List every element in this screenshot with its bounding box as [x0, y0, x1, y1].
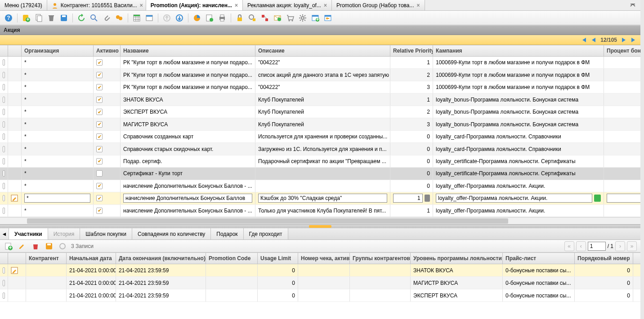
calc-icon[interactable]	[425, 195, 430, 202]
campaign-input[interactable]	[436, 194, 592, 203]
desc-input[interactable]	[258, 194, 387, 203]
table-row[interactable]	[0, 192, 640, 204]
print-icon[interactable]	[217, 13, 227, 23]
row-checkbox[interactable]	[3, 121, 5, 128]
percent-input[interactable]	[607, 194, 640, 203]
detail-col-header[interactable]: Usage Limit	[258, 253, 298, 264]
detail-save-icon[interactable]	[44, 241, 54, 251]
row-checkbox[interactable]	[3, 280, 5, 286]
table-row[interactable]: *ЗНАТОК ВКУСАКлуб Покупателей1loyalty_bo…	[0, 93, 640, 106]
col-header[interactable]	[8, 45, 22, 56]
table-row[interactable]: *РК "Купи торт в любом магазине и получи…	[0, 69, 640, 81]
active-checkbox[interactable]	[96, 59, 103, 66]
new-record-icon[interactable]: +	[21, 13, 31, 23]
table-row[interactable]: *РК "Купи торт в любом магазине и получи…	[0, 81, 640, 93]
window-new-icon[interactable]: +	[310, 13, 320, 23]
table-row[interactable]: *РК "Купи торт в любом магазине и получи…	[0, 57, 640, 69]
horizontal-scrollbar[interactable]	[0, 217, 640, 224]
detail-edit-icon[interactable]	[17, 241, 27, 251]
arrow-up-icon[interactable]	[162, 13, 172, 23]
tab-3[interactable]: Рекламная акция: loyalty_of...×	[243, 0, 332, 10]
grid-body[interactable]: *РК "Купи торт в любом магазине и получи…	[0, 57, 640, 217]
row-checkbox[interactable]	[3, 183, 5, 189]
col-header[interactable]: Описание	[255, 45, 390, 56]
detail-settings-icon[interactable]	[58, 241, 67, 251]
detail-col-header[interactable]	[8, 253, 26, 264]
active-checkbox[interactable]	[96, 133, 103, 140]
detail-tab-0[interactable]: Участники	[9, 228, 48, 239]
expand-tabs-icon[interactable]	[625, 0, 640, 10]
row-checkbox[interactable]	[3, 195, 5, 201]
page-first-icon[interactable]: «	[564, 241, 574, 251]
detail-col-header[interactable]: Порядковый номер	[575, 253, 633, 264]
row-checkbox[interactable]	[3, 72, 5, 78]
table-row[interactable]: *начисление Дополнительных Бонусных Балл…	[0, 205, 640, 217]
search-icon[interactable]	[89, 13, 99, 23]
active-checkbox[interactable]	[96, 183, 103, 189]
detail-col-header[interactable]: Контрагент	[26, 253, 67, 264]
arrow-down-icon[interactable]	[174, 13, 184, 23]
close-icon[interactable]: ×	[324, 2, 327, 9]
prev-record-icon[interactable]	[590, 37, 597, 43]
detail-tab-4[interactable]: Подарок	[211, 228, 243, 239]
row-checkbox[interactable]	[3, 133, 5, 140]
help-icon[interactable]: ?	[4, 13, 13, 23]
page-prev-icon[interactable]: ‹	[576, 241, 586, 251]
page-next-icon[interactable]: ›	[615, 241, 625, 251]
col-header[interactable]: Процент бону	[604, 45, 640, 56]
col-header[interactable]: Название	[121, 45, 255, 56]
col-header[interactable]: Организация	[22, 45, 94, 56]
grid-icon[interactable]	[132, 13, 142, 23]
table-row[interactable]: *Сертификат - Купи торт0loyalty_certific…	[0, 168, 640, 180]
active-checkbox[interactable]	[96, 158, 103, 164]
detail-col-header[interactable]: Прайс-лист	[503, 253, 575, 264]
lookup-icon[interactable]	[594, 195, 601, 202]
row-checkbox[interactable]	[3, 84, 5, 90]
col-header[interactable]: Активно	[94, 45, 121, 56]
row-checkbox[interactable]	[3, 109, 5, 115]
col-header[interactable]	[0, 45, 8, 56]
copy-icon[interactable]	[34, 13, 44, 23]
detail-col-header[interactable]: Уровень программы лояльности	[411, 253, 503, 264]
save-icon[interactable]	[59, 13, 69, 23]
tabs-scroll-left-icon[interactable]: ◄	[0, 228, 9, 239]
detail-col-header[interactable]: Promotion Code	[206, 253, 258, 264]
active-checkbox[interactable]	[96, 208, 103, 214]
col-header[interactable]: Relative Priority	[390, 45, 433, 56]
active-checkbox[interactable]	[96, 84, 103, 90]
page-input[interactable]	[588, 242, 606, 251]
detail-row[interactable]: 21-04-2021 0:00:0021-04-2021 23:59:590ЭК…	[0, 289, 640, 302]
priority-input[interactable]	[393, 194, 423, 203]
refresh-icon[interactable]	[76, 13, 86, 23]
name-input[interactable]	[123, 194, 252, 203]
close-icon[interactable]: ×	[235, 2, 238, 9]
detail-col-header[interactable]: Номер чека, активи	[298, 253, 350, 264]
detail-row[interactable]: 21-04-2021 0:00:0021-04-2021 23:59:590МА…	[0, 277, 640, 289]
active-checkbox[interactable]	[96, 97, 103, 103]
detail-row[interactable]: 21-04-2021 0:00:0021-04-2021 23:59:590ЗН…	[0, 264, 640, 277]
detail-col-header[interactable]: Дата окончания (включительно)	[116, 253, 206, 264]
active-checkbox[interactable]	[96, 72, 103, 78]
close-icon[interactable]: ×	[140, 2, 143, 9]
active-checkbox[interactable]	[96, 146, 103, 152]
row-checkbox[interactable]	[3, 292, 5, 299]
row-checkbox[interactable]	[3, 158, 5, 164]
next-record-icon[interactable]	[621, 37, 627, 43]
table-row[interactable]: *МАГИСТР ВКУСАКлуб Покупателей3loyalty_b…	[0, 118, 640, 130]
tab-2[interactable]: Promotion (Акция): начислен...×	[146, 0, 243, 10]
tab-4[interactable]: Promotion Group (Набор това...×	[332, 0, 425, 10]
detail-col-header[interactable]: Начальная дата	[67, 253, 116, 264]
form-icon[interactable]	[144, 13, 154, 23]
col-header[interactable]: Кампания	[433, 45, 604, 56]
tab-1[interactable]: Контрагент: 1016551 Васили...×	[47, 0, 146, 10]
table-row[interactable]: *ЭКСПЕРТ ВКУСАКлуб Покупателей2loyalty_b…	[0, 106, 640, 118]
attachment-icon[interactable]	[102, 13, 112, 23]
table-row[interactable]: *Справочник созданных картИспользуется д…	[0, 131, 640, 143]
splitter[interactable]	[0, 225, 640, 228]
detail-col-header[interactable]: Группы контрагентов	[350, 253, 411, 264]
close-icon[interactable]: ×	[416, 2, 420, 9]
active-checkbox[interactable]	[96, 170, 103, 177]
mail-icon[interactable]	[273, 13, 282, 23]
row-checkbox[interactable]	[3, 170, 5, 177]
detail-tab-3[interactable]: Совпадения по количеству	[132, 228, 211, 239]
